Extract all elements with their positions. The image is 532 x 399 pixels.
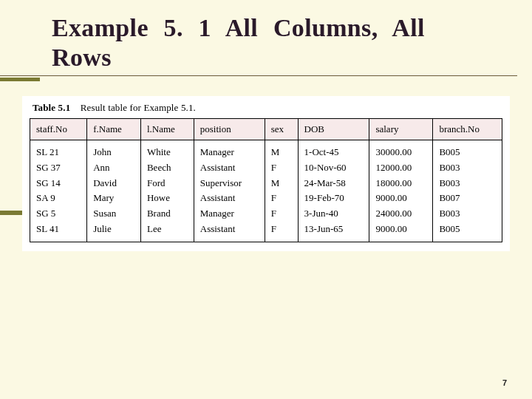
table-row: SL 21SG 37SG 14SA 9SG 5SL 41 JohnAnnDavi…: [30, 140, 502, 242]
cell-col3: ManagerAssistantSupervisorAssistantManag…: [194, 140, 265, 242]
accent-bar-left: [0, 211, 22, 215]
cell-col4: MFMFFF: [265, 140, 298, 242]
rule-thin: [0, 75, 517, 76]
page-number: 7: [502, 378, 507, 387]
table-header-row: staff.No f.Name l.Name position sex DOB …: [30, 119, 502, 140]
col-header: DOB: [298, 119, 369, 140]
col-header: f.Name: [87, 119, 141, 140]
cell-col1: JohnAnnDavidMarySusanJulie: [87, 140, 141, 242]
rule-thick: [0, 78, 40, 81]
col-header: sex: [265, 119, 298, 140]
cell-col6: 30000.0012000.0018000.009000.0024000.009…: [369, 140, 433, 242]
slide: Example 5. 1 All Columns, All Rows Table…: [0, 0, 532, 399]
slide-title: Example 5. 1 All Columns, All Rows: [0, 13, 532, 72]
table-caption: Table 5.1 Result table for Example 5.1.: [33, 102, 502, 114]
col-header: branch.No: [433, 119, 502, 140]
cell-col5: 1-Oct-4510-Nov-6024-Mar-5819-Feb-703-Jun…: [298, 140, 369, 242]
table-caption-text: Result table for Example 5.1.: [81, 102, 196, 113]
col-header: staff.No: [30, 119, 87, 140]
col-header: l.Name: [140, 119, 194, 140]
cell-col7: B005B003B003B007B003B005: [433, 140, 502, 242]
cell-col2: WhiteBeechFordHoweBrandLee: [140, 140, 194, 242]
table-area: Table 5.1 Result table for Example 5.1. …: [22, 96, 510, 251]
table-body: SL 21SG 37SG 14SA 9SG 5SL 41 JohnAnnDavi…: [30, 140, 502, 242]
table-caption-label: Table 5.1: [33, 102, 70, 113]
title-rule: [0, 75, 532, 81]
col-header: salary: [369, 119, 433, 140]
col-header: position: [194, 119, 265, 140]
result-table: staff.No f.Name l.Name position sex DOB …: [30, 118, 502, 242]
cell-col0: SL 21SG 37SG 14SA 9SG 5SL 41: [30, 140, 87, 242]
